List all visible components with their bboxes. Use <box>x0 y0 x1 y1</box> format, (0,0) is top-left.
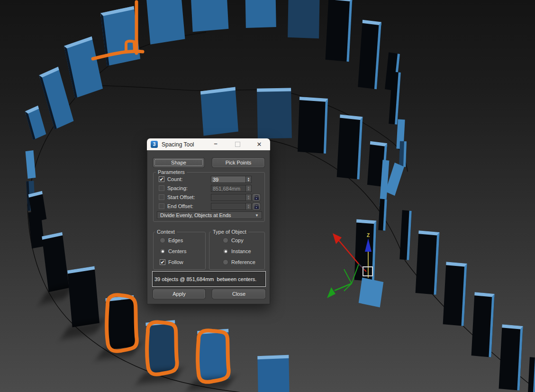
spacing-checkbox[interactable] <box>159 185 164 191</box>
maximize-icon <box>235 142 240 147</box>
start-offset-spinner[interactable]: ▲▼ <box>246 194 252 201</box>
start-offset-lock-button[interactable] <box>253 194 260 201</box>
divide-mode-dropdown[interactable]: Divide Evenly, Objects at Ends ▼ <box>157 211 262 219</box>
start-offset-field[interactable] <box>211 194 246 201</box>
minimize-button[interactable]: – <box>205 137 227 151</box>
spacing-spinner[interactable]: ▲▼ <box>246 185 252 192</box>
annotation-stroke <box>198 330 228 382</box>
follow-label: Follow <box>168 259 183 265</box>
centers-label: Centers <box>168 248 187 254</box>
count-field[interactable] <box>211 176 246 183</box>
close-dialog-button[interactable]: Close <box>212 289 265 299</box>
instance-label: Instance <box>231 248 251 254</box>
context-group-label: Context <box>155 229 177 235</box>
apply-button[interactable]: Apply <box>153 289 205 299</box>
copy-radio[interactable] <box>223 237 228 243</box>
start-offset-checkbox[interactable] <box>159 194 164 200</box>
reference-radio[interactable] <box>223 259 228 265</box>
start-offset-label: Start Offset: <box>167 194 195 200</box>
dialog-body: Shape Pick Points Parameters ✔ Count: ▲▼… <box>147 150 270 304</box>
count-checkbox[interactable]: ✔ <box>159 176 164 182</box>
edges-label: Edges <box>168 237 183 243</box>
count-label: Count: <box>167 176 182 182</box>
3dsmax-app-icon: 3 <box>151 141 158 148</box>
close-button[interactable]: ✕ <box>248 138 270 150</box>
spacing-label: Spacing: <box>167 185 188 191</box>
annotation-stroke <box>107 295 137 351</box>
status-text: 39 objects @ 851,684mm between centers. <box>154 276 256 282</box>
type-of-object-group-label: Type of Object <box>211 229 248 235</box>
dialog-title: Spacing Tool <box>162 141 205 148</box>
dialog-titlebar[interactable]: 3 Spacing Tool – ✕ <box>147 138 270 150</box>
spacing-tool-dialog[interactable]: 3 Spacing Tool – ✕ Shape Pick Points Par… <box>147 138 270 304</box>
centers-radio[interactable] <box>160 248 165 254</box>
end-offset-checkbox[interactable] <box>159 203 164 209</box>
end-offset-field[interactable] <box>211 203 246 210</box>
maximize-button[interactable] <box>227 138 248 150</box>
chevron-down-icon: ▼ <box>255 213 259 218</box>
shape-button[interactable]: Shape <box>153 158 204 167</box>
pick-points-button[interactable]: Pick Points <box>212 158 264 167</box>
viewport-3d[interactable]: Z 3 Spacing Tool – ✕ Shape Pick Points P… <box>0 0 535 392</box>
status-box: 39 objects @ 851,684mm between centers. <box>152 271 266 287</box>
lock-icon <box>254 197 259 200</box>
lock-icon <box>254 206 259 209</box>
divide-mode-value: Divide Evenly, Objects at Ends <box>160 212 231 218</box>
annotation-stroke <box>147 322 177 374</box>
follow-checkbox[interactable]: ✔ <box>160 259 165 265</box>
end-offset-label: End Offset: <box>167 203 193 209</box>
edges-radio[interactable] <box>160 237 165 243</box>
count-spinner[interactable]: ▲▼ <box>246 176 252 183</box>
end-offset-lock-button[interactable] <box>253 203 260 210</box>
reference-label: Reference <box>231 259 255 265</box>
spacing-field[interactable] <box>211 185 246 192</box>
copy-label: Copy <box>231 237 244 243</box>
end-offset-spinner[interactable]: ▲▼ <box>246 203 252 210</box>
instance-radio[interactable] <box>223 248 228 254</box>
parameters-group-label: Parameters <box>156 169 187 175</box>
